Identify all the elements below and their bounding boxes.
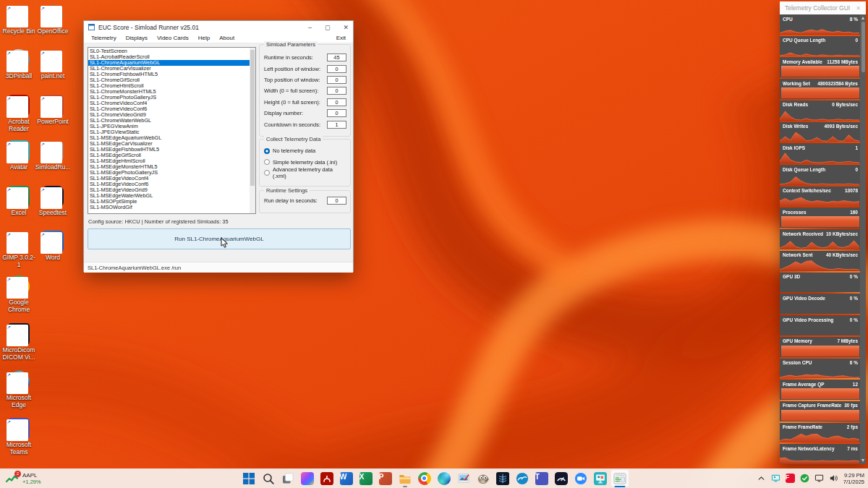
maximize-button[interactable]: ◻ — [325, 24, 330, 31]
tray-fsecure-icon[interactable]: F — [786, 474, 795, 483]
telemetry-scrollbar-thumb[interactable] — [861, 22, 865, 72]
field-input[interactable]: 0 — [327, 197, 346, 205]
desktop-icon-powerpoint[interactable]: P↗PowerPoint — [35, 95, 70, 126]
desktop-icon-edge[interactable]: ↗Microsoft Edge — [1, 371, 36, 408]
radio-button[interactable] — [264, 148, 270, 154]
scroll-down-icon[interactable] — [861, 459, 864, 462]
powerpoint-icon: P↗ — [42, 95, 64, 116]
tray-security-shield-icon[interactable] — [800, 474, 809, 483]
desktop-icon-label: SimloadRu... — [35, 164, 71, 171]
status-bar: SL1-ChromeAquariumWebGL.exe /run — [84, 262, 353, 273]
menu-help[interactable]: Help — [198, 35, 210, 41]
metric-tile: Working Set4800323584 Bytes — [780, 79, 866, 99]
simload-listbox[interactable]: SL0-TestScreenSL1-AcrobatReaderScrollSL1… — [88, 47, 256, 214]
radio-button[interactable] — [264, 159, 270, 165]
window-titlebar[interactable]: EUC Score - Simload Runner v25.01 – ◻ ✕ — [84, 21, 353, 33]
metric-graph — [780, 367, 859, 379]
taskbar-clock[interactable]: 9:29 PM 7/1/2025 — [843, 472, 864, 485]
menu-video-cards[interactable]: Video Cards — [157, 35, 189, 41]
metric-graph — [780, 388, 859, 400]
desktop-icon-teams[interactable]: T↗Microsoft Teams — [1, 418, 36, 455]
taskbar-designer-icon[interactable] — [298, 469, 317, 487]
desktop-icon-label: 3DPinball — [6, 73, 32, 80]
taskbar-gimp-icon[interactable] — [474, 469, 493, 487]
list-scrollbar[interactable] — [250, 48, 255, 213]
radio-option[interactable]: Advanced telemetry data (.xml) — [264, 168, 346, 179]
shortcut-arrow-icon: ↗ — [7, 6, 28, 27]
shortcut-arrow-icon: ↗ — [41, 6, 62, 27]
telemetry-titlebar[interactable]: Telemetry Collector GUI ✕ — [780, 1, 866, 14]
field-input[interactable]: 0 — [327, 98, 346, 106]
desktop-icon-excel[interactable]: X↗Excel — [1, 186, 36, 217]
tray-chevron-icon[interactable] — [757, 474, 766, 483]
desktop-icon-simload[interactable]: ↗SimloadRu... — [35, 140, 70, 171]
desktop-icon-label: Microsoft Edge — [1, 395, 36, 408]
taskbar-search-icon[interactable] — [259, 469, 278, 487]
list-scrollbar-thumb[interactable] — [250, 50, 255, 186]
taskbar-task-view-icon[interactable] — [278, 469, 297, 487]
minimize-button[interactable]: – — [308, 24, 312, 31]
taskbar-chrome-icon[interactable] — [415, 469, 434, 487]
widgets-button[interactable]: 2 AAPL +1.29% — [6, 468, 41, 488]
menu-about[interactable]: About — [219, 35, 234, 41]
metric-graph — [780, 281, 859, 293]
menu-displays[interactable]: Displays — [126, 35, 148, 41]
list-item[interactable]: SL1-MSOWordGif — [88, 205, 250, 210]
desktop-icon-word[interactable]: W↗Word — [35, 231, 70, 262]
metric-graph — [780, 22, 859, 35]
desktop-icon-pinball[interactable]: ↗3DPinball — [1, 49, 36, 80]
desktop-icon-gimp[interactable]: ↗GIMP 3.0.2-1 — [1, 231, 36, 268]
taskbar: 2 AAPL +1.29% WXPT F 9:29 PM 7/1/2025 — [0, 468, 868, 488]
chrome-icon — [418, 472, 431, 485]
desktop-icon-chrome[interactable]: ↗Google Chrome — [1, 275, 36, 313]
taskbar-openoffice-icon[interactable] — [513, 469, 532, 487]
desktop-icon-paintnet[interactable]: ↗paint.net — [35, 49, 70, 80]
taskbar-speedtest-icon[interactable] — [552, 469, 571, 487]
taskbar-powerpoint-icon[interactable]: P — [376, 469, 395, 487]
field-input[interactable]: 0 — [327, 109, 346, 117]
taskbar-file-explorer-icon[interactable] — [396, 469, 414, 487]
taskbar-edge-icon[interactable] — [435, 469, 454, 487]
edge-icon: ↗ — [8, 371, 30, 393]
metric-label: CPU Queue Length — [783, 38, 825, 43]
radio-option[interactable]: Simple telemetry data (.ini) — [264, 156, 346, 167]
taskbar-simload-icon[interactable] — [610, 469, 629, 487]
desktop-icon-microdicom[interactable]: ↗MicroDicom DICOM Vi... — [1, 323, 36, 361]
run-simload-button[interactable]: Run SL1-ChromeAquariumWebGL — [88, 228, 351, 249]
desktop-icon-acrobat[interactable]: ↗Acrobat Reader — [1, 95, 36, 132]
radio-button[interactable] — [264, 170, 270, 176]
field-input[interactable]: 0 — [327, 76, 346, 84]
field-input[interactable]: 0 — [327, 87, 346, 95]
taskbar-excel-icon[interactable]: X — [357, 469, 375, 487]
metric-value: 4093 Bytes/sec — [824, 124, 858, 129]
menu-exit[interactable]: Exit — [336, 35, 346, 41]
taskbar-teams-icon[interactable]: T — [532, 469, 551, 487]
scroll-up-icon[interactable] — [861, 17, 864, 20]
taskbar-microdicom-icon[interactable] — [493, 469, 512, 487]
field-label: Width (0 = full screen): — [264, 87, 318, 94]
field-input[interactable]: 1 — [327, 121, 346, 129]
radio-option[interactable]: No telemetry data — [264, 145, 346, 156]
desktop-icon-openoffice[interactable]: ↗OpenOffice — [35, 4, 70, 35]
taskbar-paintnet-icon[interactable] — [454, 469, 473, 487]
desktop-icon-recycle-bin[interactable]: ♻↗Recycle Bin — [1, 4, 36, 35]
tray-network-icon[interactable] — [814, 474, 824, 483]
field-input[interactable]: 45 — [327, 53, 346, 61]
taskbar-zoom-icon[interactable] — [571, 469, 590, 487]
telemetry-scrollbar[interactable] — [860, 14, 866, 464]
metric-graph — [780, 87, 859, 99]
tray-volume-icon[interactable] — [829, 474, 838, 483]
desktop-icon-avatar[interactable]: ↗Avatar — [1, 140, 36, 171]
taskbar-avatar-icon[interactable] — [591, 469, 610, 487]
taskbar-word-icon[interactable]: W — [337, 469, 356, 487]
field-input[interactable]: 0 — [327, 65, 346, 73]
menu-telemetry[interactable]: Telemetry — [91, 35, 116, 41]
metric-graph — [780, 301, 859, 314]
tray-avatar-app-icon[interactable] — [771, 474, 780, 483]
stocks-widget-icon: 2 — [6, 473, 19, 484]
taskbar-start-icon[interactable] — [239, 469, 258, 487]
taskbar-acrobat-icon[interactable] — [318, 469, 336, 487]
desktop-icon-speedtest[interactable]: ↗Speedtest — [35, 186, 70, 217]
close-button[interactable]: ✕ — [343, 24, 349, 31]
close-icon[interactable]: ✕ — [856, 5, 861, 12]
